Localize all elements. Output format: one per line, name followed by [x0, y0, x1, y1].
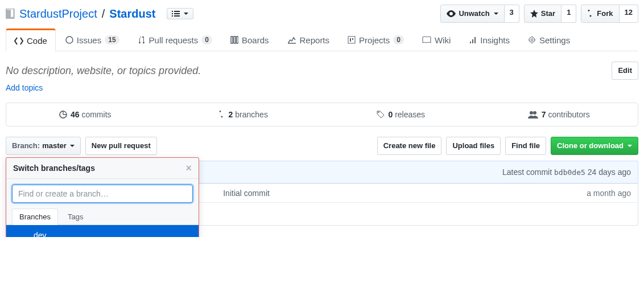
close-icon[interactable]: ×: [185, 164, 192, 172]
popover-title: Switch branches/tags: [13, 164, 95, 173]
stat-commits[interactable]: 46 commits: [6, 103, 164, 126]
edit-description-button[interactable]: Edit: [612, 62, 638, 80]
star-control: Star 1: [524, 5, 577, 23]
caret-down-icon: [70, 145, 75, 147]
fork-icon: [587, 9, 594, 18]
watch-label: Unwatch: [459, 8, 489, 19]
branch-item-label: dev: [34, 231, 47, 237]
commit-hash[interactable]: bdb0de5: [554, 168, 585, 177]
fork-button[interactable]: Fork: [581, 5, 619, 23]
branch-current: master: [42, 140, 67, 152]
find-file-button[interactable]: Find file: [505, 137, 546, 155]
tab-pr-label: Pull requests: [149, 35, 199, 45]
contributors-label: contributors: [548, 110, 590, 119]
add-topics-link[interactable]: Add topics: [6, 83, 43, 92]
star-count[interactable]: 1: [562, 5, 576, 23]
create-file-button[interactable]: Create new file: [377, 137, 442, 155]
caret-down-icon: [184, 13, 188, 15]
popover-tab-tags[interactable]: Tags: [60, 209, 90, 224]
repo-description-placeholder: No description, website, or topics provi…: [6, 65, 201, 77]
fork-count[interactable]: 12: [620, 5, 638, 23]
branch-item-dev[interactable]: dev: [6, 225, 199, 237]
svg-rect-1: [348, 36, 355, 43]
reports-icon: [287, 36, 296, 44]
tab-reports[interactable]: Reports: [279, 28, 338, 51]
upload-files-button[interactable]: Upload files: [446, 137, 501, 155]
releases-count: 0: [388, 110, 393, 119]
tab-projects[interactable]: Projects 0: [339, 28, 412, 51]
clone-label: Clone or download: [557, 140, 624, 152]
watch-count[interactable]: 3: [505, 5, 519, 23]
commits-label: commits: [81, 110, 111, 119]
tab-boards[interactable]: Boards: [222, 28, 278, 51]
unwatch-button[interactable]: Unwatch: [440, 5, 504, 23]
repo-name-link[interactable]: Stardust: [109, 7, 155, 21]
tab-reports-label: Reports: [300, 35, 330, 45]
new-pull-request-button[interactable]: New pull request: [85, 137, 157, 155]
commits-count: 46: [71, 110, 80, 119]
latest-commit-label: Latest commit: [502, 168, 552, 177]
tab-boards-label: Boards: [242, 35, 269, 45]
branches-count: 2: [229, 110, 233, 119]
releases-label: releases: [395, 110, 425, 119]
repo-owner-link[interactable]: StardustProject: [19, 7, 97, 21]
tab-projects-label: Projects: [359, 35, 390, 45]
pr-icon: [138, 35, 146, 44]
issue-icon: [65, 36, 73, 44]
branch-select-button[interactable]: Branch: master: [6, 137, 81, 155]
tab-insights[interactable]: Insights: [460, 28, 518, 51]
repo-stats: 46 commits 2 branches 0 releases 7 contr…: [6, 103, 638, 126]
tab-pull-requests[interactable]: Pull requests 0: [129, 28, 221, 51]
file-navigation: Branch: master New pull request Switch b…: [6, 137, 638, 155]
tab-settings-label: Settings: [539, 35, 570, 45]
tab-code-label: Code: [27, 36, 47, 46]
tab-wiki-label: Wiki: [435, 35, 451, 45]
popover-tab-branches[interactable]: Branches: [12, 209, 58, 225]
pr-count: 0: [201, 35, 212, 44]
svg-point-4: [533, 111, 536, 115]
tag-icon: [377, 111, 385, 119]
projects-count: 0: [393, 35, 404, 44]
commit-date: 24 days ago: [588, 168, 631, 177]
file-commit-message[interactable]: Initial commit: [223, 189, 540, 198]
star-label: Star: [541, 8, 555, 19]
caret-down-icon: [628, 145, 632, 147]
tab-issues[interactable]: Issues 15: [57, 28, 128, 51]
graph-icon: [469, 36, 477, 44]
gear-icon: [528, 36, 536, 44]
history-icon: [59, 111, 67, 119]
branch-list: dev✓master: [6, 225, 199, 237]
branches-label: branches: [235, 110, 268, 119]
tab-insights-label: Insights: [480, 35, 510, 45]
tab-settings[interactable]: Settings: [519, 28, 579, 51]
clone-download-button[interactable]: Clone or download: [551, 137, 638, 155]
branch-selector-popover: Switch branches/tags × Branches Tags dev…: [6, 157, 199, 237]
people-icon: [528, 111, 538, 119]
projects-icon: [348, 36, 356, 44]
stat-contributors[interactable]: 7 contributors: [480, 103, 638, 126]
tab-issues-label: Issues: [77, 35, 101, 45]
contributors-count: 7: [542, 110, 546, 119]
svg-point-3: [530, 111, 533, 115]
stat-releases[interactable]: 0 releases: [322, 103, 480, 126]
issues-count: 15: [105, 35, 119, 44]
star-icon: [530, 10, 538, 18]
path-separator: /: [102, 7, 105, 21]
watch-control: Unwatch 3: [440, 5, 519, 23]
caret-down-icon: [494, 13, 498, 15]
boards-icon: [230, 36, 238, 44]
eye-icon: [447, 10, 456, 17]
stat-branches[interactable]: 2 branches: [164, 103, 323, 126]
branch-filter-input[interactable]: [12, 185, 193, 203]
tab-wiki[interactable]: Wiki: [414, 28, 459, 51]
list-view-button[interactable]: [167, 8, 193, 19]
repo-tabs: Code Issues 15 Pull requests 0 Boards Re…: [6, 28, 638, 51]
file-date: a month ago: [540, 189, 631, 198]
book-icon: [422, 36, 431, 44]
code-icon: [14, 37, 23, 45]
fork-label: Fork: [597, 8, 613, 19]
tab-code[interactable]: Code: [6, 28, 56, 51]
branch-prefix: Branch:: [12, 140, 40, 152]
star-button[interactable]: Star: [524, 5, 562, 23]
branch-icon: [218, 110, 225, 119]
